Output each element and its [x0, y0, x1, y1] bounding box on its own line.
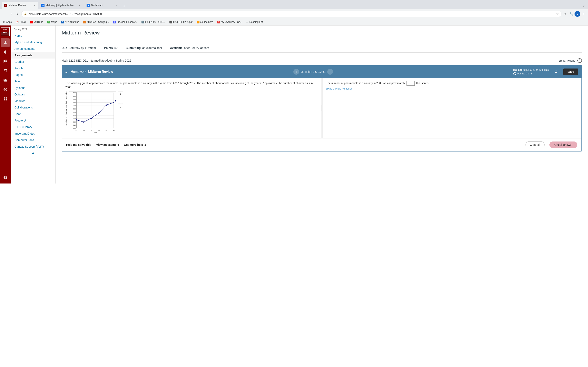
more-menu-button[interactable]: ⋮ — [581, 11, 586, 17]
bookmark-mindtap[interactable]: M MindTap - Cengag... — [81, 20, 111, 24]
sidebar-item-canvassupport[interactable]: Canvas Support (VLIT) — [11, 143, 55, 150]
divider-handle — [321, 105, 322, 111]
sidebar-item-mylab[interactable]: MyLab and Mastering — [11, 39, 55, 45]
bookmark-quizlet[interactable]: Q Practice Flashcar... — [111, 20, 139, 24]
panel-divider[interactable] — [321, 78, 323, 138]
sidebar-item-assignments[interactable]: Assignments — [11, 52, 55, 58]
readinglist-icon: ☰ — [246, 21, 249, 24]
hw-save-button[interactable]: Save — [563, 68, 578, 75]
sidebar-item-home[interactable]: Home — [11, 33, 55, 39]
svg-rect-6 — [6, 98, 7, 99]
sidebar-collapse-button[interactable]: ◀ — [11, 150, 55, 156]
bookmark-youtube[interactable]: ▶ YouTube — [28, 20, 45, 24]
address-text: nmsu.instructure.com/courses/1437272/ass… — [29, 12, 554, 16]
tab-title-1: Midterm Review — [9, 4, 31, 7]
address-bar[interactable]: 🔒 nmsu.instructure.com/courses/1437272/a… — [21, 11, 562, 17]
svg-rect-7 — [4, 99, 5, 100]
hw-next-button[interactable]: › — [327, 69, 333, 75]
bookmark-maps[interactable]: M Maps — [46, 20, 59, 24]
svg-text:Year: Year — [94, 132, 97, 133]
svg-rect-5 — [4, 98, 5, 99]
sidebar-item-collaborations[interactable]: Collaborations — [11, 104, 55, 111]
tab-favicon-3: ★ — [86, 4, 90, 7]
sidebar-item-modules[interactable]: Modules — [11, 98, 55, 104]
sidebar-item-computerlabs[interactable]: Computer Labs — [11, 137, 55, 143]
sidebar-icon-courses[interactable] — [1, 57, 10, 66]
sidebar-item-quizzes[interactable]: Quizzes — [11, 91, 55, 98]
sidebar-icon-help[interactable] — [1, 173, 10, 182]
bookmark-ling2[interactable]: ★ Ling 106 hw 4.pdf — [168, 20, 194, 24]
sidebar-item-chat[interactable]: Chat — [11, 111, 55, 117]
assignment-help-icon[interactable]: ? — [577, 58, 582, 63]
sidebar-icon-commons[interactable] — [1, 94, 10, 103]
sidebar-item-proctoru[interactable]: ProctorU — [11, 117, 55, 124]
sidebar-item-people[interactable]: People — [11, 65, 55, 72]
svg-text:270: 270 — [73, 105, 76, 107]
sidebar-item-grades[interactable]: Grades — [11, 58, 55, 65]
assignment-header-bar: Math 1215 SEC D21 Intermediate Algebra S… — [62, 57, 582, 65]
reload-button[interactable]: ↻ — [15, 11, 20, 17]
sidebar-item-pages[interactable]: Pages — [11, 72, 55, 78]
back-button[interactable]: ← — [2, 11, 7, 17]
expand-button[interactable]: ⤢ — [118, 105, 123, 110]
svg-rect-8 — [6, 99, 7, 100]
sidebar-icon-calendar[interactable] — [1, 66, 10, 75]
assignment-meta: Due Saturday by 11:59pm Points 50 Submit… — [62, 43, 582, 53]
tab-dashboard[interactable]: ★ Dashboard ✕ — [84, 2, 121, 9]
bookmark-apps[interactable]: ⊞ Apps — [2, 20, 13, 24]
check-answer-button[interactable]: Check answer — [549, 142, 577, 148]
bookmark-apa[interactable]: A APA citations — [60, 20, 81, 24]
svg-point-51 — [76, 119, 77, 120]
forward-button[interactable]: → — [8, 11, 14, 17]
bookmark-myoverview[interactable]: C My Overview | Ch... — [216, 20, 244, 24]
get-more-help-button[interactable]: Get more help ▲ — [124, 143, 147, 146]
help-me-solve-link[interactable]: Help me solve this — [66, 143, 91, 146]
tab-close-2[interactable]: ✕ — [78, 4, 81, 7]
tab-overflow-button[interactable]: ▾ — [581, 3, 586, 9]
sidebar-item-dacclibrary[interactable]: DACC Library — [11, 124, 55, 130]
share-button[interactable]: ⬆ — [562, 11, 568, 17]
sidebar-item-syllabus[interactable]: Syllabus — [11, 85, 55, 91]
tab-mathway[interactable]: M Mathway | Algebra Problem So... ✕ — [39, 2, 84, 9]
view-example-link[interactable]: View an example — [96, 143, 119, 146]
sidebar-icon-history[interactable] — [1, 85, 10, 94]
hw-settings-icon[interactable]: ⚙ — [554, 69, 558, 74]
bookmark-coursehero[interactable]: C course hero — [195, 20, 215, 24]
school-logo[interactable]: DACC NMSU — [1, 27, 10, 36]
extensions-button[interactable]: 🔧 — [568, 11, 574, 17]
answer-input[interactable] — [406, 81, 415, 86]
bookmark-star-icon[interactable]: ☆ — [556, 12, 559, 16]
sidebar-icon-account[interactable] — [1, 38, 10, 47]
hw-menu-icon[interactable]: ≡ — [65, 70, 68, 74]
security-lock-icon: 🔒 — [24, 12, 27, 15]
available-label: Available — [170, 46, 182, 50]
svg-text:290: 290 — [73, 99, 76, 100]
zoom-out-button[interactable]: − — [118, 98, 123, 104]
mathway-body: The following graph approximates the num… — [62, 78, 581, 138]
sidebar-item-files[interactable]: Files — [11, 78, 55, 85]
sidebar-icon-inbox[interactable] — [1, 76, 10, 85]
tab-close-1[interactable]: ✕ — [33, 4, 36, 7]
tab-close-3[interactable]: ✕ — [115, 4, 118, 7]
bookmark-ling1-label: Ling 2000 Fall19... — [145, 21, 165, 24]
bookmark-readinglist[interactable]: ☰ Reading List — [245, 20, 265, 24]
hw-score-line: HW Score: 56%, 28 of 50 points — [513, 68, 549, 72]
svg-text:'08: '08 — [98, 129, 100, 131]
zoom-in-button[interactable]: + — [118, 92, 123, 97]
clear-all-button[interactable]: Clear all — [526, 141, 545, 148]
tab-title-3: Dashboard — [91, 4, 114, 7]
tab-midterm-review[interactable]: C Midterm Review ✕ — [2, 2, 38, 9]
new-tab-button[interactable]: + — [121, 3, 127, 9]
sidebar-icon-notifications[interactable] — [1, 48, 10, 57]
profile-button[interactable]: E — [575, 11, 580, 17]
svg-text:'02: '02 — [75, 129, 77, 131]
bookmark-myoverview-label: My Overview | Ch... — [221, 21, 242, 24]
sidebar-item-announcements[interactable]: Announcements — [11, 45, 55, 52]
bookmark-ling1[interactable]: S Ling 2000 Fall19... — [140, 20, 167, 24]
y-axis-label: Number of pharmacists (in thousands) — [65, 92, 68, 126]
sidebar-item-importantdates[interactable]: Important Dates — [11, 130, 55, 137]
svg-point-54 — [98, 113, 99, 114]
hw-prev-button[interactable]: ‹ — [293, 69, 299, 75]
answer-text-before: The number of pharmacists in a country i… — [326, 82, 405, 85]
bookmark-gmail[interactable]: M Gmail — [14, 20, 27, 24]
